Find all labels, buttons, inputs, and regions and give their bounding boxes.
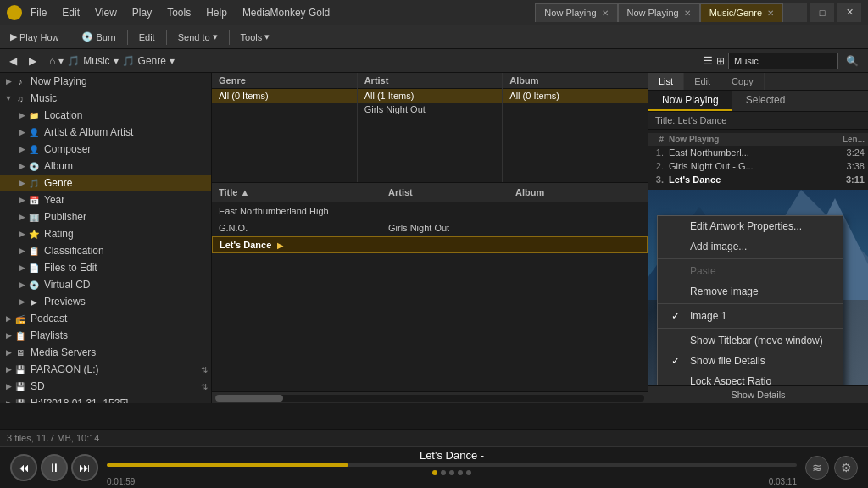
artist-all-item[interactable]: All (1 Items) [358,89,503,103]
sidebar-item-rating[interactable]: ▶ ⭐ Rating [0,225,211,242]
expand-icon: ▶ [17,127,27,137]
tab-list[interactable]: List [648,73,684,90]
music-breadcrumb[interactable]: Music [83,55,109,67]
genre-header: Genre [212,73,357,89]
expand-icon: ▶ [17,178,27,188]
menu-play[interactable]: Play [129,5,155,20]
sidebar-item-paragon[interactable]: ▶ 💾 PARAGON (L:) ⇅ [0,361,211,378]
ctx-image-1[interactable]: Image 1 [658,306,843,326]
sidebar-label: PARAGON (L:) [31,363,98,375]
np-row[interactable]: 2. Girls Night Out - G... 3:38 [648,159,868,173]
menu-mediamonkey[interactable]: MediaMonkey Gold [239,5,333,20]
prev-button[interactable]: ⏮ [10,454,37,481]
sidebar-item-previews[interactable]: ▶ ▶ Previews [0,293,211,310]
artwork-area[interactable]: Edit Artwork Properties... Add image... … [648,190,868,385]
sidebar-label: Composer [44,143,91,155]
sidebar-item-podcast[interactable]: ▶ 📻 Podcast [0,310,211,327]
menu-tools[interactable]: Tools [164,5,194,20]
progress-bar-container[interactable] [107,463,797,467]
ctx-add-image[interactable]: Add image... [658,236,843,257]
track-title: G.N.O. [212,222,381,234]
sidebar-item-genre[interactable]: ▶ 🎵 Genre [0,175,211,191]
back-button[interactable]: ◀ [5,53,21,69]
burn-button[interactable]: 💿 Burn [76,28,120,47]
expand-icon: ▶ [17,110,27,120]
publisher-icon: 🏢 [27,210,41,224]
next-button[interactable]: ⏭ [71,454,98,481]
tab-close-2[interactable]: ✕ [684,8,691,18]
sidebar-item-location[interactable]: ▶ 📁 Location [0,107,211,124]
play-pause-button[interactable]: ⏸ [41,454,68,481]
tab-now-playing-1[interactable]: Now Playing ✕ [535,3,617,22]
progress-bar [107,463,348,467]
sidebar-item-sd[interactable]: ▶ 💾 SD ⇅ [0,378,211,395]
edit-button[interactable]: Edit [134,28,160,47]
sidebar-item-playlists[interactable]: ▶ 📋 Playlists [0,327,211,344]
ctx-edit-artwork[interactable]: Edit Artwork Properties... [658,216,843,236]
view-toggle-icon[interactable]: ⊞ [716,55,725,67]
ctx-show-titlebar[interactable]: Show Titlebar (move window) [658,330,843,351]
search-input[interactable] [728,53,838,69]
forward-button[interactable]: ▶ [25,53,41,69]
tab-copy[interactable]: Copy [721,73,765,90]
home-icon[interactable]: ⌂ [49,55,55,67]
artist-girls-item[interactable]: Girls Night Out [358,103,503,116]
sidebar-label: Music [31,92,57,104]
np-row-playing[interactable]: 3. Let's Dance 3:11 [648,173,868,186]
track-album [509,227,610,229]
maximize-button[interactable]: □ [810,3,834,22]
show-details-bar[interactable]: Show Details [648,385,868,403]
close-button[interactable]: ✕ [837,3,861,22]
search-button[interactable]: 🔍 [842,53,863,69]
tab-close-1[interactable]: ✕ [602,8,609,18]
tab-music-genre[interactable]: Music/Genre ✕ [700,3,783,22]
sidebar-item-music[interactable]: ▼ ♫ Music [0,90,211,107]
genre-all-item[interactable]: All (0 Items) [212,89,357,103]
track-title: Let's Dance ▶ [213,239,382,251]
tab-now-playing-2[interactable]: Now Playing ✕ [618,3,700,22]
list-view-icon[interactable]: ☰ [704,55,713,67]
menu-file[interactable]: File [27,5,50,20]
sidebar-item-classification[interactable]: ▶ 📋 Classification [0,242,211,259]
minimize-button[interactable]: — [783,3,807,22]
sidebar-item-publisher[interactable]: ▶ 🏢 Publisher [0,208,211,225]
ctx-remove-image[interactable]: Remove image [658,281,843,302]
genre-breadcrumb[interactable]: Genre [138,55,166,67]
sidebar-item-media-servers[interactable]: ▶ 🖥 Media Servers [0,344,211,361]
np-row[interactable]: 1. East Northumberl... 3:24 [648,146,868,159]
menu-edit[interactable]: Edit [58,5,83,20]
np-title: Let's Dance [669,175,835,185]
album-all-item[interactable]: All (0 Items) [503,89,648,103]
equalizer-button[interactable]: ≋ [805,456,829,480]
sidebar-label: SD [31,380,45,392]
sidebar-item-h-drive[interactable]: ▶ 💾 H:\[2018.01.31_1525] [0,395,211,403]
tab-edit[interactable]: Edit [684,73,721,90]
tab-selected[interactable]: Selected [732,91,799,111]
play-now-button[interactable]: ▶ Play How [5,28,64,47]
track-row[interactable]: East Northumberland High [212,202,648,219]
tools-button[interactable]: Tools ▾ [236,28,275,47]
sidebar-item-composer[interactable]: ▶ 👤 Composer [0,141,211,158]
send-to-button[interactable]: Send to ▾ [173,28,223,47]
sidebar-item-now-playing[interactable]: ▶ ♪ Now Playing [0,73,211,90]
scrollbar-thumb[interactable] [215,395,283,402]
menu-help[interactable]: Help [203,5,231,20]
ctx-lock-aspect[interactable]: Lock Aspect Ratio [658,371,843,385]
title-header[interactable]: Title ▲ [212,186,381,199]
sidebar-item-virtual-cd[interactable]: ▶ 💿 Virtual CD [0,276,211,293]
track-row-playing[interactable]: Let's Dance ▶ [212,236,648,253]
tab-close-3[interactable]: ✕ [767,8,774,18]
album-header: Album [503,73,648,89]
tab-now-playing[interactable]: Now Playing [648,91,732,111]
menu-view[interactable]: View [92,5,120,20]
ctx-show-file-details[interactable]: Show file Details [658,351,843,371]
horizontal-scrollbar[interactable] [212,391,648,403]
album-header-col[interactable]: Album [509,186,610,199]
sidebar-item-artist[interactable]: ▶ 👤 Artist & Album Artist [0,124,211,141]
sidebar-item-album[interactable]: ▶ 💿 Album [0,158,211,175]
sidebar-item-files-to-edit[interactable]: ▶ 📄 Files to Edit [0,259,211,276]
artist-header[interactable]: Artist [381,186,509,199]
effects-button[interactable]: ⚙ [834,456,858,480]
sidebar-item-year[interactable]: ▶ 📅 Year [0,191,211,208]
track-row[interactable]: G.N.O. Girls Night Out [212,219,648,236]
